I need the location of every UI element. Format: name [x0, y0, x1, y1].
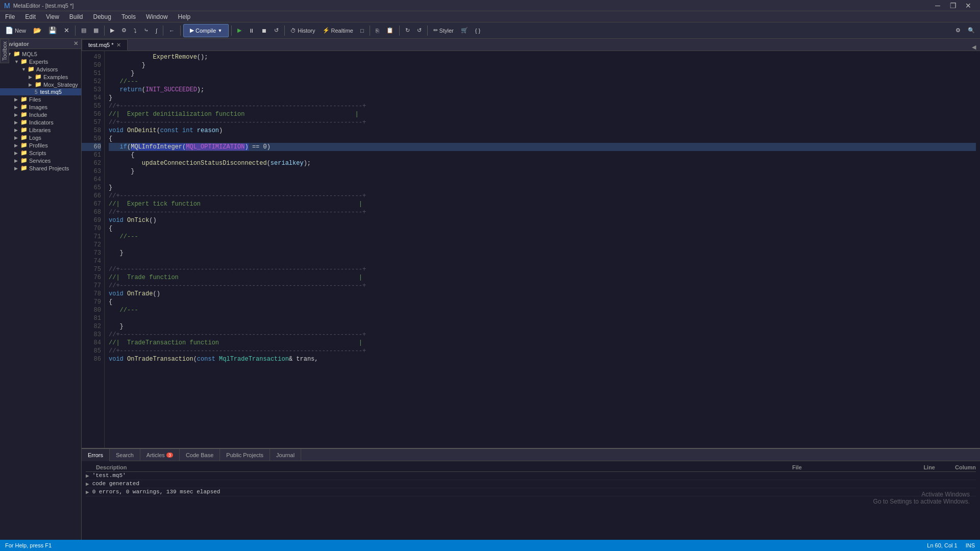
tree-logs[interactable]: ▶ 📁 Logs [0, 134, 81, 141]
code-line-79: { [109, 298, 976, 306]
tree-libraries[interactable]: ▶ 📁 Libraries [0, 126, 81, 134]
log-col-col: Column [935, 464, 976, 470]
minimize-button[interactable]: ─ [930, 0, 945, 11]
run-button[interactable]: ▶ [107, 24, 117, 37]
folder-icon-include: 📁 [20, 111, 28, 118]
play-button[interactable]: ▶ [234, 24, 244, 37]
code-line-63: } [109, 167, 976, 176]
tab-articles[interactable]: Articles3 [140, 449, 180, 461]
search-toolbar-button[interactable]: 🔍 [965, 24, 978, 37]
menu-edit[interactable]: Edit [20, 11, 41, 22]
restore-button[interactable]: ❐ [945, 0, 961, 11]
close-button[interactable]: ✕ [961, 0, 976, 11]
tab-errors[interactable]: Errors [82, 449, 110, 461]
compile-button[interactable]: ▶ Compile ▼ [183, 24, 229, 37]
toolbox-tab[interactable]: Toolbox [0, 39, 9, 63]
code-line-82: } [109, 322, 976, 331]
step-button[interactable]: ⤵ [131, 24, 140, 37]
tree-arrow-examples: ▶ [29, 74, 35, 80]
sep4 [180, 26, 181, 36]
menu-file[interactable]: File [0, 11, 20, 22]
save-button[interactable]: 💾 [45, 24, 60, 37]
menu-tools[interactable]: Tools [116, 11, 141, 22]
code-editor[interactable]: ExpertRemove(); } } //--- return(INIT_SU… [105, 51, 980, 448]
folder-icon-indicators: 📁 [20, 119, 28, 126]
tree-profiles[interactable]: ▶ 📁 Profiles [0, 141, 81, 149]
code-line-68: //+-------------------------------------… [109, 208, 976, 216]
bottom-panel: Errors Search Articles3 Code Base Public… [82, 448, 980, 540]
menu-build[interactable]: Build [64, 11, 88, 22]
navigator-tree: ▼ 📁 MQL5 ▼ 📁 Experts ▼ 📁 Advisors [0, 49, 81, 540]
tree-indicators[interactable]: ▶ 📁 Indicators [0, 118, 81, 126]
tree-files[interactable]: ▶ 📁 Files [0, 95, 81, 103]
code-base-button[interactable]: { } [472, 24, 483, 37]
tree-images[interactable]: ▶ 📁 Images [0, 103, 81, 111]
log-col-file: File [792, 464, 894, 470]
sep1 [75, 26, 76, 36]
tree-services[interactable]: ▶ 📁 Services [0, 157, 81, 164]
view-btn1[interactable]: ▤ [78, 24, 89, 37]
collapse-icon[interactable]: ◀ [972, 44, 976, 51]
tree-examples[interactable]: ▶ 📁 Examples [0, 73, 81, 81]
paste-btn[interactable]: 📋 [383, 24, 397, 37]
styler-button[interactable]: ✏ Styler [430, 24, 457, 37]
market-icon: 🛒 [461, 27, 468, 34]
log-expand-0[interactable]: ▶ [86, 472, 89, 479]
back-button[interactable]: ← [166, 24, 178, 37]
log-expand-1[interactable]: ▶ [86, 481, 89, 487]
tree-advisors[interactable]: ▼ 📁 Advisors [0, 65, 81, 73]
restart-button[interactable]: ↺ [271, 24, 282, 37]
refresh2-btn[interactable]: ↺ [414, 24, 425, 37]
tab-journal[interactable]: Journal [270, 449, 301, 461]
tree-testmq5[interactable]: 5 test.mq5 [0, 88, 81, 95]
navigator-close-icon[interactable]: ✕ [74, 40, 78, 47]
tab-public-projects[interactable]: Public Projects [220, 449, 270, 461]
tab-testmq5[interactable]: test.mq5 * ✕ [82, 39, 128, 51]
styler-icon: ✏ [433, 27, 438, 34]
new-button[interactable]: 📄 New [2, 24, 29, 37]
menu-window[interactable]: Window [141, 11, 173, 22]
stepover-button[interactable]: ⤷ [141, 24, 152, 37]
tree-arrow-logs: ▶ [14, 135, 20, 140]
restart-icon: ↺ [274, 27, 279, 34]
code-line-67: //| Expert tick function | [109, 200, 976, 208]
tree-shared[interactable]: ▶ 📁 Shared Projects [0, 164, 81, 172]
settings-button[interactable]: ⚙ [952, 24, 964, 37]
tree-mox[interactable]: ▶ 📁 Mox_Strategy [0, 81, 81, 88]
view-btn2[interactable]: ▦ [90, 24, 102, 37]
rt-toggle[interactable]: □ [357, 24, 367, 37]
code-line-58: void OnDeinit(const int reason) [109, 127, 976, 135]
debug-button[interactable]: ⚙ [118, 24, 130, 37]
code-line-77: //+-------------------------------------… [109, 282, 976, 290]
code-line-84: //| TradeTransaction function | [109, 339, 976, 347]
sep6 [284, 26, 285, 36]
pause-button[interactable]: ⏸ [246, 24, 257, 37]
market-button[interactable]: 🛒 [458, 24, 471, 37]
log-expand-2[interactable]: ▶ [86, 489, 89, 495]
close-file-button[interactable]: ✕ [61, 24, 72, 37]
tree-scripts[interactable]: ▶ 📁 Scripts [0, 149, 81, 157]
menu-debug[interactable]: Debug [88, 11, 116, 22]
tree-arrow-images: ▶ [14, 105, 20, 110]
tree-mql5[interactable]: ▼ 📁 MQL5 [0, 50, 81, 58]
tree-include[interactable]: ▶ 📁 Include [0, 111, 81, 118]
menu-view[interactable]: View [41, 11, 64, 22]
stop-button[interactable]: ⏹ [258, 24, 270, 37]
open-button[interactable]: 📂 [30, 24, 44, 37]
compile-dropdown-icon[interactable]: ▼ [217, 28, 222, 33]
folder-icon-mox: 📁 [35, 81, 42, 88]
tree-arrow-experts: ▼ [14, 59, 20, 64]
navigator-header: Navigator ✕ [0, 39, 81, 49]
tab-search[interactable]: Search [110, 449, 140, 461]
tab-codebase[interactable]: Code Base [180, 449, 220, 461]
sep9 [427, 26, 428, 36]
tab-close-icon[interactable]: ✕ [116, 42, 121, 48]
copy-btn[interactable]: ⎘ [373, 24, 382, 37]
tree-experts[interactable]: ▼ 📁 Experts [0, 58, 81, 65]
realtime-button[interactable]: ⚡ Realtime [320, 24, 356, 37]
status-help-text: For Help, press F1 [5, 542, 52, 548]
calc-button[interactable]: ∫ [153, 24, 160, 37]
menu-help[interactable]: Help [173, 11, 196, 22]
history-button[interactable]: ⏱ History [287, 24, 318, 37]
refresh-btn[interactable]: ↻ [402, 24, 413, 37]
